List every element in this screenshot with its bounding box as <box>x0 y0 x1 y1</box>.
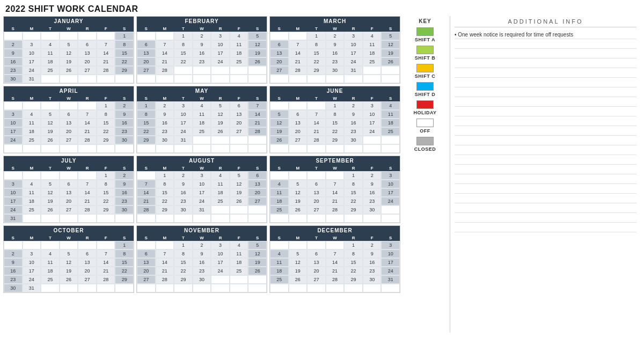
calendar-cell <box>41 144 60 153</box>
calendar-cell: 2 <box>193 241 211 249</box>
calendar-cell <box>230 144 248 153</box>
calendar-cell <box>211 136 230 144</box>
day-of-week-label: M <box>23 235 41 241</box>
calendar-cell <box>60 284 78 292</box>
day-of-week-label: F <box>230 26 248 32</box>
day-of-week-label: R <box>344 235 363 241</box>
calendar-cell <box>78 214 97 223</box>
calendar-cell <box>326 241 345 249</box>
day-of-week-label: S <box>4 95 23 101</box>
calendar-cell: 13 <box>78 258 97 267</box>
calendar-cell: 4 <box>193 101 211 110</box>
info-row-blank <box>455 87 636 97</box>
calendar-cell: 20 <box>78 57 97 66</box>
day-of-week-label: R <box>211 235 230 241</box>
calendar-december: DECEMBERSMTWRFS1234567891011121314151617… <box>269 225 400 293</box>
day-of-week-label: F <box>230 235 248 241</box>
key-label: SHIFT B <box>415 55 436 61</box>
calendar-cell <box>230 136 248 144</box>
day-of-week-label: T <box>307 26 326 32</box>
calendar-cell: 3 <box>211 32 230 40</box>
calendar-cell: 29 <box>174 275 193 284</box>
key-swatch <box>416 82 434 91</box>
day-of-week-label: S <box>381 95 400 101</box>
calendar-cell: 15 <box>97 188 115 197</box>
calendar-cell: 21 <box>248 119 267 127</box>
calendar-cell <box>115 214 134 223</box>
calendar-cell <box>326 75 345 83</box>
day-of-week-label: W <box>60 26 78 32</box>
day-of-week-label: F <box>97 26 115 32</box>
calendar-cell: 16 <box>4 267 23 275</box>
calendar-cell <box>156 75 174 83</box>
calendar-cell: 4 <box>23 180 41 188</box>
calendar-cell: 5 <box>41 180 60 188</box>
calendar-cell: 26 <box>381 57 400 66</box>
calendar-cell: 8 <box>174 249 193 258</box>
info-row-blank <box>455 78 636 87</box>
calendar-cell: 13 <box>60 188 78 197</box>
calendar-cell: 10 <box>174 110 193 119</box>
calendar-cell: 10 <box>23 258 41 267</box>
calendar-cell <box>344 144 363 153</box>
calendar-cell: 19 <box>270 127 289 136</box>
day-of-week-label: S <box>137 235 156 241</box>
calendar-cell <box>78 171 97 180</box>
calendar-header: JUNE <box>270 86 400 95</box>
calendar-cell: 24 <box>4 136 23 144</box>
calendar-cell <box>60 144 78 153</box>
calendar-cell <box>174 66 193 75</box>
calendar-cell: 3 <box>381 171 400 180</box>
calendar-cell <box>60 101 78 110</box>
info-row-blank <box>455 136 636 145</box>
day-of-week-label: S <box>137 26 156 32</box>
calendar-cell: 21 <box>326 267 345 275</box>
calendar-cell: 14 <box>156 258 174 267</box>
calendar-cell: 8 <box>344 180 363 188</box>
calendar-cell: 21 <box>78 197 97 205</box>
calendar-cell: 1 <box>307 32 326 40</box>
calendar-cell: 14 <box>248 110 267 119</box>
calendar-cell <box>4 101 23 110</box>
calendar-march: MARCHSMTWRFS1234567891011121314151617181… <box>269 16 400 84</box>
calendar-cell: 16 <box>344 119 363 127</box>
calendar-cell: 17 <box>193 188 211 197</box>
calendar-cell: 1 <box>156 171 174 180</box>
calendar-cell: 23 <box>156 127 174 136</box>
calendar-cell <box>156 144 174 153</box>
calendar-cell: 6 <box>270 40 289 49</box>
calendar-cell: 28 <box>137 205 156 214</box>
calendar-cell: 8 <box>137 110 156 119</box>
calendar-cell: 23 <box>363 197 382 205</box>
calendar-cell: 5 <box>381 32 400 40</box>
day-of-week-label: S <box>4 165 23 171</box>
calendar-cell: 26 <box>60 66 78 75</box>
calendar-cell <box>381 284 400 292</box>
calendar-cell <box>381 214 400 223</box>
calendar-cell <box>363 214 382 223</box>
calendar-cell: 24 <box>211 267 230 275</box>
calendar-cell: 22 <box>344 267 363 275</box>
calendar-cell: 11 <box>270 258 289 267</box>
page-title: 2022 SHIFT WORK CALENDAR <box>0 0 644 16</box>
calendar-cell <box>156 284 174 292</box>
info-row-blank <box>455 49 636 58</box>
calendar-cell <box>363 144 382 153</box>
key-label: OFF <box>420 128 430 134</box>
calendar-cell: 4 <box>230 241 248 249</box>
day-of-week-label: T <box>307 165 326 171</box>
calendar-cell: 31 <box>174 136 193 144</box>
calendar-cell: 24 <box>23 66 41 75</box>
calendar-cell: 16 <box>115 188 134 197</box>
calendar-cell: 20 <box>270 57 289 66</box>
calendar-cell: 23 <box>115 197 134 205</box>
day-of-week-label: S <box>115 95 134 101</box>
calendar-cell: 27 <box>270 66 289 75</box>
day-of-week-label: M <box>23 26 41 32</box>
calendar-header: MAY <box>137 86 267 95</box>
calendar-cell: 28 <box>307 136 326 144</box>
calendar-cell: 14 <box>97 258 115 267</box>
calendar-cell: 13 <box>270 49 289 57</box>
calendar-cell: 25 <box>23 205 41 214</box>
calendar-cell <box>41 75 60 83</box>
